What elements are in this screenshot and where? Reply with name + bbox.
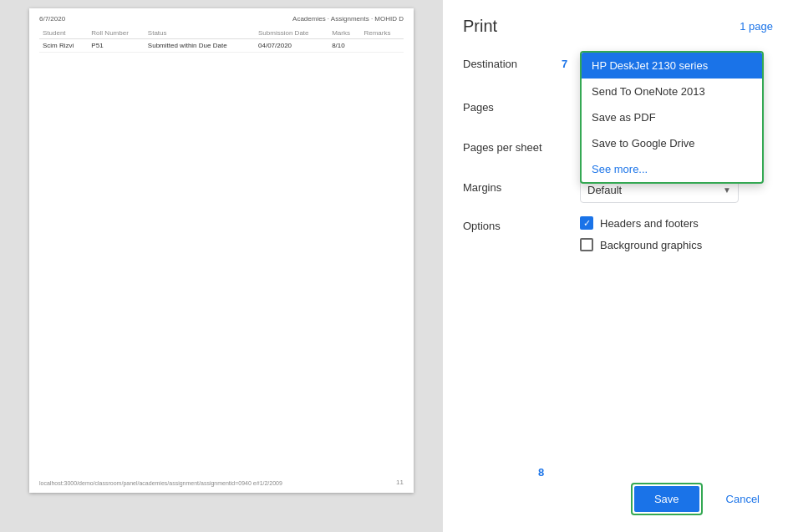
save-button[interactable]: Save xyxy=(634,486,699,512)
cell-roll: P51 xyxy=(88,39,145,53)
print-header: Print 1 page xyxy=(463,17,773,36)
doc-date: 6/7/2020 xyxy=(39,15,65,23)
step8-indicator: 8 xyxy=(538,466,544,479)
headers-footers-checkbox[interactable]: ✓ xyxy=(580,216,593,230)
pages-label: Pages xyxy=(463,96,580,114)
cell-remarks xyxy=(360,39,404,53)
col-marks: Marks xyxy=(328,28,360,39)
options-controls: ✓ Headers and footers Background graphic… xyxy=(580,216,702,251)
options-section: Options ✓ Headers and footers Background… xyxy=(463,216,773,251)
print-title: Print xyxy=(463,17,497,36)
chevron-down-icon: ▼ xyxy=(723,185,731,195)
destination-dropdown-menu: HP DeskJet 2130 series Send To OneNote 2… xyxy=(580,51,764,184)
margins-value: Default xyxy=(587,184,622,196)
col-status: Status xyxy=(145,28,255,39)
dropdown-item-drive[interactable]: Save to Google Drive xyxy=(582,130,762,156)
save-button-wrapper: Save xyxy=(631,483,703,515)
dropdown-item-more[interactable]: See more... xyxy=(582,156,762,182)
dropdown-item-onenote[interactable]: Send To OneNote 2013 xyxy=(582,79,762,104)
options-label: Options xyxy=(463,216,580,232)
assignments-table: Student Roll Number Status Submission Da… xyxy=(39,28,404,53)
step7-indicator: 7 xyxy=(562,58,567,70)
col-submission: Submission Date xyxy=(255,28,328,39)
check-icon: ✓ xyxy=(583,219,591,228)
dropdown-item-pdf[interactable]: Save as PDF xyxy=(582,104,762,130)
col-student: Student xyxy=(39,28,88,39)
background-graphics-checkbox[interactable] xyxy=(580,238,593,251)
page-count: 1 page xyxy=(740,20,773,33)
print-panel: Print 1 page Destination 7 🗋 Save as PDF… xyxy=(443,0,793,532)
document-preview: 6/7/2020 Academies · Assignments · MOHID… xyxy=(0,0,443,532)
cancel-button[interactable]: Cancel xyxy=(713,486,773,512)
headers-footers-label: Headers and footers xyxy=(600,217,699,230)
table-row: Scim Rizvi P51 Submitted within Due Date… xyxy=(39,39,404,53)
destination-control: 7 🗋 Save as PDF ▼ HP DeskJet 2130 series… xyxy=(580,53,747,83)
col-remarks: Remarks xyxy=(360,28,404,39)
cell-date: 04/07/2020 xyxy=(255,39,328,53)
doc-page: 6/7/2020 Academies · Assignments · MOHID… xyxy=(29,8,414,493)
col-roll: Roll Number xyxy=(88,28,145,39)
dropdown-item-hp[interactable]: HP DeskJet 2130 series xyxy=(582,53,762,79)
pages-per-sheet-label: Pages per sheet xyxy=(463,136,580,154)
background-graphics-label: Background graphics xyxy=(600,239,702,251)
cell-status: Submitted within Due Date xyxy=(145,39,255,53)
doc-title: Academies · Assignments · MOHID D xyxy=(292,15,404,23)
page-url: localhost:3000/demo/classroom/panel/acad… xyxy=(39,480,282,486)
doc-footer-page: 11 xyxy=(396,479,404,486)
bottom-section: 8 Save Cancel xyxy=(463,466,773,515)
destination-dropdown-wrapper[interactable]: 🗋 Save as PDF ▼ HP DeskJet 2130 series S… xyxy=(580,53,747,83)
cell-student: Scim Rizvi xyxy=(39,39,88,53)
headers-footers-row[interactable]: ✓ Headers and footers xyxy=(580,216,702,230)
destination-row: Destination 7 🗋 Save as PDF ▼ HP DeskJet… xyxy=(463,53,773,83)
background-graphics-row[interactable]: Background graphics xyxy=(580,238,702,251)
doc-header: 6/7/2020 Academies · Assignments · MOHID… xyxy=(39,15,404,23)
cell-marks: 8/10 xyxy=(328,39,360,53)
margins-label: Margins xyxy=(463,176,580,194)
